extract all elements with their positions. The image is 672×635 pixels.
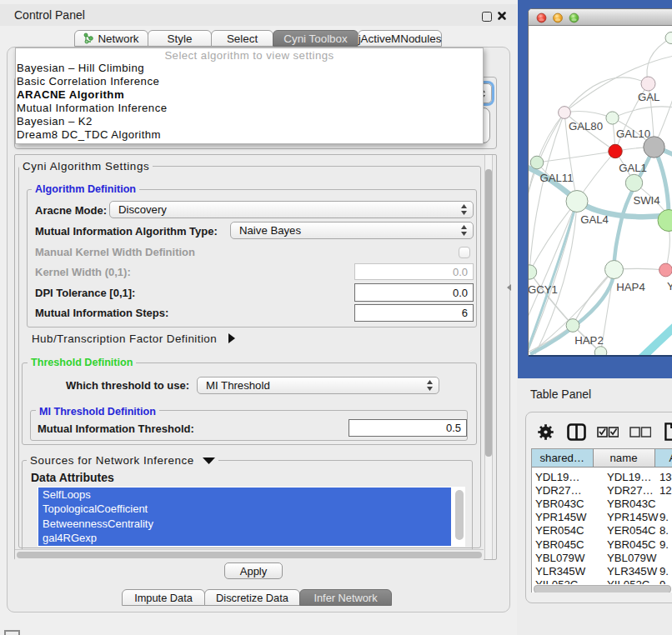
settings-vscroll-thumb[interactable] bbox=[485, 169, 492, 457]
tab-impute-data[interactable]: Impute Data bbox=[122, 589, 205, 606]
unchecked-boxes-icon[interactable] bbox=[629, 426, 651, 438]
list-item-gal4rgexp[interactable]: gal4RGexp bbox=[38, 531, 451, 545]
sources-title: Sources for Network Inference bbox=[27, 455, 218, 467]
mi-threshold-input[interactable]: 0.5 bbox=[349, 419, 467, 437]
node-hap4 bbox=[605, 260, 624, 278]
checked-boxes-icon[interactable] bbox=[597, 426, 619, 438]
svg-text:GAL11: GAL11 bbox=[539, 172, 573, 184]
network-canvas[interactable]: GAL GAL80 GAL10 GAL1 GAL11 SWI4 GAL4 GCY… bbox=[529, 26, 672, 356]
float-button[interactable] bbox=[482, 12, 492, 22]
hub-factor-label: Hub/Transcription Factor Definition bbox=[32, 333, 217, 345]
svg-text:HAP4: HAP4 bbox=[616, 280, 644, 292]
table-row[interactable]: YBR045CYBR045C9. bbox=[532, 535, 672, 548]
network-window: GAL GAL80 GAL10 GAL1 GAL11 SWI4 GAL4 GCY… bbox=[528, 8, 672, 356]
list-item-topologicalcoefficient[interactable]: TopologicalCoefficient bbox=[38, 502, 451, 516]
combo-arrows-icon bbox=[426, 380, 434, 391]
tab-network-label: Network bbox=[98, 32, 138, 45]
aracne-mode-select[interactable]: Discovery bbox=[109, 201, 474, 218]
gear-icon[interactable] bbox=[538, 424, 554, 440]
network-icon bbox=[83, 32, 94, 44]
table-row[interactable]: YPR145WYPR145W9. bbox=[532, 508, 672, 522]
dropdown-item-bayesian-k2[interactable]: Bayesian – K2 bbox=[16, 115, 482, 128]
column-header-third[interactable]: A bbox=[655, 449, 672, 468]
aracne-mode-label: Aracne Mode: bbox=[35, 205, 107, 217]
table-row[interactable]: YER054CYER054C8. bbox=[532, 522, 672, 535]
dropdown-item-bayesian-hill-climbing[interactable]: Bayesian – Hill Climbing bbox=[16, 62, 482, 75]
node-gal10 bbox=[606, 111, 619, 123]
kernel-width-label: Kernel Width (0,1): bbox=[35, 267, 131, 278]
node-top-right bbox=[665, 32, 672, 43]
network-window-bottom-border bbox=[529, 355, 672, 357]
table-panel-title: Table Panel bbox=[530, 388, 591, 401]
new-document-icon[interactable] bbox=[664, 422, 672, 441]
control-panel-title: Control Panel bbox=[14, 8, 85, 22]
table-row[interactable]: YLR345WYLR345W9. bbox=[532, 562, 672, 575]
list-item-selfloops[interactable]: SelfLoops bbox=[38, 488, 451, 502]
tab-network[interactable]: Network bbox=[74, 30, 148, 47]
svg-text:GAL80: GAL80 bbox=[569, 119, 603, 132]
mi-threshold-title: MI Threshold Definition bbox=[36, 406, 159, 418]
node-gal4 bbox=[566, 190, 588, 212]
divider-collapse-icon[interactable] bbox=[507, 284, 511, 291]
svg-text:GAL: GAL bbox=[638, 91, 659, 103]
mi-type-select[interactable]: Naive Bayes bbox=[230, 222, 474, 239]
column-header-name[interactable]: name bbox=[594, 449, 655, 468]
kernel-width-input[interactable]: 0.0 bbox=[354, 263, 474, 280]
manual-kernel-checkbox[interactable] bbox=[459, 247, 470, 258]
apply-button[interactable]: Apply bbox=[224, 562, 283, 579]
dropdown-prompt: Select algorithm to view settings bbox=[16, 49, 483, 62]
table-row[interactable]: YDR27…YDR27…12 bbox=[532, 481, 672, 494]
tab-discretize-data[interactable]: Discretize Data bbox=[204, 589, 300, 606]
node-pink bbox=[659, 263, 672, 277]
dpi-tolerance-input[interactable]: 0.0 bbox=[354, 283, 474, 302]
tab-select[interactable]: Select bbox=[211, 30, 273, 47]
column-header-shared[interactable]: shared… bbox=[532, 449, 594, 468]
tab-style[interactable]: Style bbox=[148, 30, 212, 47]
table-hscroll-thumb[interactable] bbox=[534, 585, 671, 592]
node-hap2 bbox=[566, 318, 579, 332]
close-icon[interactable] bbox=[496, 10, 508, 22]
cyni-algorithm-settings-title: Cyni Algorithm Settings bbox=[19, 161, 153, 172]
mi-type-label: Mutual Information Algorithm Type: bbox=[35, 226, 218, 238]
sources-collapse-icon[interactable] bbox=[203, 458, 215, 464]
algorithm-dropdown-popup: Select algorithm to view settings Bayesi… bbox=[15, 48, 484, 144]
node-swi4 bbox=[625, 174, 642, 191]
which-threshold-label: Which threshold to use: bbox=[66, 380, 189, 392]
algorithm-definition-title: Algorithm Definition bbox=[32, 183, 139, 195]
node-gal bbox=[641, 77, 655, 91]
network-window-titlebar[interactable] bbox=[529, 9, 672, 26]
tab-cyni-toolbox[interactable]: Cyni Toolbox bbox=[273, 30, 359, 47]
list-item-betweennesscentrality[interactable]: BetweennessCentrality bbox=[38, 517, 451, 531]
svg-text:GCY1: GCY1 bbox=[529, 282, 558, 295]
table-row[interactable]: YBL079WYBL079W bbox=[532, 548, 672, 562]
node-gal80 bbox=[559, 106, 571, 118]
table-row[interactable]: YDL19…YDL19…13 bbox=[532, 468, 672, 481]
mi-steps-label: Mutual Information Steps: bbox=[35, 308, 168, 319]
svg-text:SWI4: SWI4 bbox=[633, 194, 659, 207]
node-big-green bbox=[658, 209, 672, 231]
which-threshold-select[interactable]: MI Threshold bbox=[197, 377, 439, 394]
svg-text:GAL1: GAL1 bbox=[619, 161, 647, 173]
node-gcy1 bbox=[529, 264, 537, 278]
dpi-tolerance-label: DPI Tolerance [0,1]: bbox=[35, 288, 135, 299]
combo-arrows-icon bbox=[460, 225, 468, 236]
settings-hscroll-thumb[interactable] bbox=[17, 552, 482, 559]
split-columns-icon[interactable] bbox=[567, 423, 586, 441]
node-gal11 bbox=[530, 156, 544, 169]
dropdown-item-dream8[interactable]: Dream8 DC_TDC Algorithm bbox=[16, 128, 482, 142]
tab-jactivemnodules[interactable]: jActiveMNodules bbox=[358, 30, 442, 47]
dropdown-item-aracne[interactable]: ARACNE Algorithm bbox=[16, 88, 482, 102]
app-root: Control Panel Network Style Select Cyni … bbox=[0, 0, 672, 635]
list-vertical-scrollbar[interactable] bbox=[455, 490, 464, 540]
window-traffic-lights[interactable] bbox=[536, 12, 594, 23]
dropdown-item-mutual-information[interactable]: Mutual Information Inference bbox=[16, 102, 482, 115]
manual-kernel-label: Manual Kernel Width Definition bbox=[35, 247, 195, 258]
dropdown-item-basic-correlation[interactable]: Basic Correlation Inference bbox=[16, 75, 482, 88]
hub-expand-icon[interactable] bbox=[228, 333, 236, 343]
mi-steps-input[interactable]: 6 bbox=[354, 304, 474, 322]
control-panel: Control Panel Network Style Select Cyni … bbox=[0, 0, 518, 635]
threshold-definition-title: Threshold Definition bbox=[28, 357, 136, 368]
tab-infer-network[interactable]: Infer Network bbox=[299, 589, 392, 606]
docked-panel-icon[interactable] bbox=[4, 630, 20, 635]
table-row[interactable]: YBR043CYBR043C bbox=[532, 494, 672, 508]
